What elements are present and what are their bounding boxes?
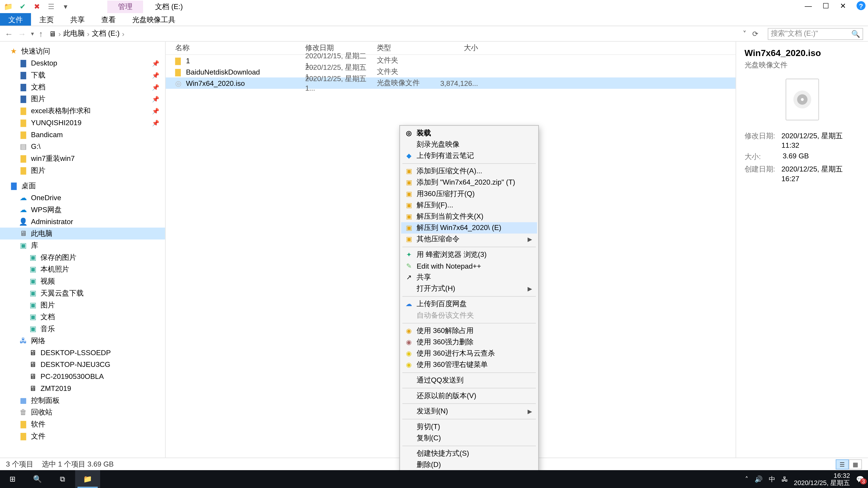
breadcrumb-location[interactable]: 文档 (E:) bbox=[92, 29, 120, 39]
tree-videos[interactable]: 视频 bbox=[40, 276, 55, 286]
tree-tianyi[interactable]: 天翼云盘下载 bbox=[40, 288, 84, 298]
ctx-qq-send[interactable]: 通过QQ发送到 bbox=[401, 375, 537, 386]
qat-dropdown-icon[interactable]: ▾ bbox=[60, 1, 72, 13]
tree-win7reinstall[interactable]: win7重装win7 bbox=[31, 153, 74, 164]
tree-docslib[interactable]: 文档 bbox=[40, 312, 55, 322]
tree-files[interactable]: 文件 bbox=[31, 431, 45, 441]
ctx-burn[interactable]: 刻录光盘映像 bbox=[401, 139, 537, 150]
close-button[interactable]: ✕ bbox=[840, 2, 846, 10]
ime-indicator[interactable]: 中 bbox=[769, 475, 775, 484]
explorer-taskbar-button[interactable]: 📁 bbox=[75, 470, 100, 488]
ribbon-context-disc-tools[interactable]: 管理 bbox=[107, 1, 143, 13]
tree-software[interactable]: 软件 bbox=[31, 419, 45, 429]
ctx-copy[interactable]: 复制(C) bbox=[401, 432, 537, 444]
ctx-add-zip[interactable]: ▣添加到 "Win7x64_2020.zip" (T) bbox=[401, 177, 537, 188]
chevron-right-icon[interactable]: › bbox=[122, 30, 125, 38]
ctx-share[interactable]: ↗共享 bbox=[401, 271, 537, 283]
ctx-360-trojan[interactable]: ◉使用 360进行木马云查杀 bbox=[401, 348, 537, 359]
ctx-open-with[interactable]: 打开方式(H)▶ bbox=[401, 283, 537, 294]
tab-file[interactable]: 文件 bbox=[0, 13, 31, 26]
ctx-delete[interactable]: 删除(D) bbox=[401, 459, 537, 470]
ctx-restore-previous[interactable]: 还原以前的版本(V) bbox=[401, 390, 537, 401]
ctx-extract-to[interactable]: ▣解压到(F)... bbox=[401, 199, 537, 211]
ctx-360-menu[interactable]: ◉使用 360管理右键菜单 bbox=[401, 359, 537, 370]
ctx-shortcut[interactable]: 创建快捷方式(S) bbox=[401, 448, 537, 459]
ctx-360-forcedel[interactable]: ◉使用 360强力删除 bbox=[401, 337, 537, 348]
tree-pc3[interactable]: PC-20190530OBLA bbox=[40, 372, 104, 381]
tree-yunqishi[interactable]: YUNQISHI2019 bbox=[31, 119, 81, 127]
tree-desktop-root[interactable]: 桌面 bbox=[22, 181, 36, 191]
chevron-right-icon[interactable]: › bbox=[58, 30, 61, 38]
col-name[interactable]: 名称 bbox=[175, 43, 305, 53]
ctx-upload-baidu[interactable]: ☁上传到百度网盘 bbox=[401, 298, 537, 310]
tree-downloads[interactable]: 下载 bbox=[31, 70, 45, 80]
maximize-button[interactable]: ☐ bbox=[823, 2, 829, 10]
file-row[interactable]: ▇ 1 2020/12/15, 星期二 1... 文件夹 bbox=[166, 55, 736, 66]
tree-bandicam[interactable]: Bandicam bbox=[31, 131, 63, 139]
ctx-cut[interactable]: 剪切(T) bbox=[401, 421, 537, 432]
ctx-browser[interactable]: ✦用 蜂蜜浏览器 浏览(3) bbox=[401, 249, 537, 260]
tree-excel[interactable]: excel表格制作求和 bbox=[31, 106, 91, 116]
tree-admin[interactable]: Administrator bbox=[31, 218, 73, 226]
column-headers[interactable]: 名称 修改日期 类型 大小 bbox=[166, 42, 736, 55]
col-type[interactable]: 类型 bbox=[377, 43, 436, 53]
col-size[interactable]: 大小 bbox=[436, 43, 478, 53]
address-dropdown-icon[interactable]: ˅ bbox=[743, 30, 746, 38]
tree-quick-access[interactable]: 快速访问 bbox=[22, 46, 50, 56]
tree-pictures[interactable]: 图片 bbox=[31, 94, 45, 104]
file-row[interactable]: ▇ BaiduNetdiskDownload 2020/12/25, 星期五 1… bbox=[166, 66, 736, 77]
tree-gdrive[interactable]: G:\ bbox=[31, 142, 40, 151]
ctx-other-zip[interactable]: ▣其他压缩命令▶ bbox=[401, 234, 537, 245]
chevron-right-icon[interactable]: › bbox=[87, 30, 90, 38]
network-icon[interactable]: 🖧 bbox=[781, 475, 788, 483]
view-details-button[interactable]: ☰ bbox=[836, 459, 849, 469]
ctx-mount[interactable]: ◎装载 bbox=[401, 127, 537, 139]
properties-icon[interactable]: ☰ bbox=[45, 1, 57, 13]
ctx-extract-here[interactable]: ▣解压到当前文件夹(X) bbox=[401, 211, 537, 222]
tree-picslib[interactable]: 图片 bbox=[40, 300, 55, 310]
tree-desktop[interactable]: Desktop bbox=[31, 59, 57, 67]
tree-recycle[interactable]: 回收站 bbox=[31, 407, 53, 417]
ctx-360-unlock[interactable]: ◉使用 360解除占用 bbox=[401, 325, 537, 337]
tree-documents[interactable]: 文档 bbox=[31, 82, 45, 92]
tray-overflow-icon[interactable]: ˄ bbox=[745, 475, 749, 483]
nav-back-button[interactable]: ← bbox=[5, 29, 13, 38]
search-icon[interactable]: 🔍 bbox=[851, 30, 860, 38]
view-thumbnails-button[interactable]: ▦ bbox=[849, 459, 862, 469]
refresh-button[interactable]: ⟳ bbox=[752, 30, 758, 38]
ctx-youdao[interactable]: ◆上传到有道云笔记 bbox=[401, 150, 537, 162]
tree-musiclib[interactable]: 音乐 bbox=[40, 324, 55, 334]
nav-history-dropdown[interactable]: ▾ bbox=[31, 30, 34, 37]
tree-localphotos[interactable]: 本机照片 bbox=[40, 264, 69, 274]
search-button[interactable]: 🔍 bbox=[25, 470, 50, 488]
file-row-selected[interactable]: ◎ Win7x64_2020.iso 2020/12/25, 星期五 1... … bbox=[166, 77, 736, 89]
tree-pc2[interactable]: DESKTOP-NJEU3CG bbox=[40, 360, 110, 369]
file-list[interactable]: 名称 修改日期 类型 大小 ▇ 1 2020/12/15, 星期二 1... 文… bbox=[166, 42, 736, 458]
ctx-extract-named[interactable]: ▣解压到 Win7x64_2020\ (E) bbox=[401, 222, 537, 234]
minimize-button[interactable]: — bbox=[805, 2, 812, 10]
ctx-add-archive[interactable]: ▣添加到压缩文件(A)... bbox=[401, 166, 537, 177]
tab-view[interactable]: 查看 bbox=[93, 13, 124, 26]
delete-icon[interactable]: ✖ bbox=[31, 1, 43, 13]
tree-controlpanel[interactable]: 控制面板 bbox=[31, 395, 60, 405]
tab-share[interactable]: 共享 bbox=[62, 13, 93, 26]
tree-wps[interactable]: WPS网盘 bbox=[31, 205, 61, 215]
breadcrumb-thispc[interactable]: 此电脑 bbox=[63, 29, 85, 39]
tree-network[interactable]: 网络 bbox=[31, 336, 45, 346]
search-input[interactable]: 搜索"文档 (E:)" 🔍 bbox=[768, 28, 863, 40]
save-icon[interactable]: ✔ bbox=[17, 1, 29, 13]
tab-home[interactable]: 主页 bbox=[31, 13, 62, 26]
action-center-icon[interactable]: 💬3 bbox=[856, 475, 864, 483]
tree-savedpics[interactable]: 保存的图片 bbox=[40, 252, 76, 263]
breadcrumb[interactable]: 🖥 › 此电脑 › 文档 (E:) › bbox=[49, 29, 743, 39]
tree-thispc[interactable]: 此电脑 bbox=[31, 228, 53, 238]
app-icon[interactable]: 📁 bbox=[2, 1, 14, 13]
taskview-button[interactable]: ⧉ bbox=[50, 470, 75, 488]
ctx-open-360zip[interactable]: ▣用360压缩打开(Q) bbox=[401, 188, 537, 199]
ctx-send-to[interactable]: 发送到(N)▶ bbox=[401, 406, 537, 417]
navigation-tree[interactable]: ★快速访问 ▇Desktop📌 ▇下载📌 ▇文档📌 ▇图片📌 ▇excel表格制… bbox=[0, 42, 166, 458]
tree-pc1[interactable]: DESKTOP-LSSOEDP bbox=[40, 349, 111, 357]
tree-onedrive[interactable]: OneDrive bbox=[31, 194, 61, 202]
tab-disc-image-tools[interactable]: 光盘映像工具 bbox=[124, 13, 184, 26]
help-button[interactable]: ? bbox=[857, 1, 866, 10]
